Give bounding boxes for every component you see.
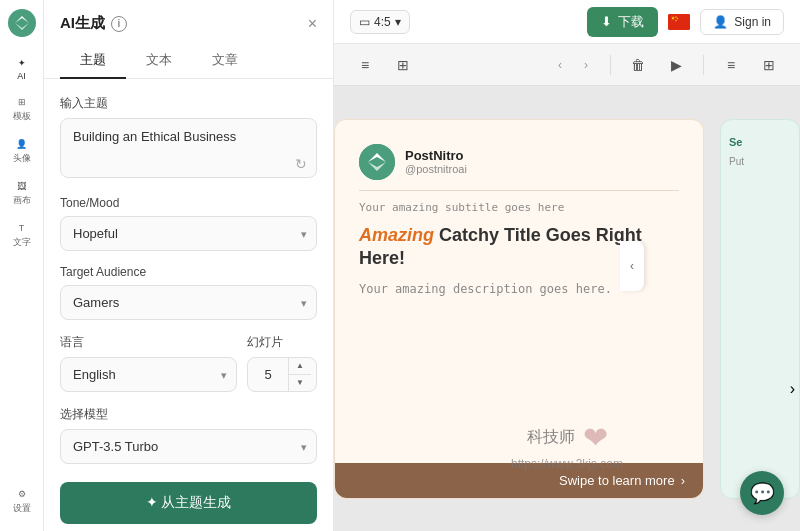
ai-panel-title: AI生成 i bbox=[60, 14, 127, 33]
user-icon: 👤 bbox=[713, 15, 728, 29]
sidebar-label-canvas: 画布 bbox=[13, 194, 31, 207]
slides-up-arrow[interactable]: ▲ bbox=[289, 358, 311, 375]
svg-point-0 bbox=[8, 9, 36, 37]
tone-select-wrapper: Hopeful Excited Calm Serious Funny Inspi… bbox=[60, 216, 317, 251]
swipe-label: Swipe to learn more bbox=[559, 473, 675, 488]
info-icon[interactable]: i bbox=[111, 16, 127, 32]
aspect-ratio-value: 4:5 bbox=[374, 15, 391, 29]
grid-icon[interactable]: ⊞ bbox=[388, 50, 418, 80]
language-flag-icon[interactable] bbox=[668, 14, 690, 30]
align-icon[interactable]: ≡ bbox=[350, 50, 380, 80]
slide-subtitle: Your amazing subtitle goes here bbox=[359, 201, 679, 214]
icon-bar: ✦ AI ⊞ 模板 👤 头像 🖼 画布 T 文字 ⚙ 设置 bbox=[0, 0, 44, 531]
partial-slide-title: Se bbox=[729, 136, 791, 148]
topic-input[interactable]: Building an Ethical Business bbox=[60, 118, 317, 178]
tone-field: Tone/Mood Hopeful Excited Calm Serious F… bbox=[60, 196, 317, 251]
download-button[interactable]: ⬇ 下载 bbox=[587, 7, 658, 37]
slides-input-wrapper: ▲ ▼ bbox=[247, 357, 317, 392]
sidebar-item-avatar[interactable]: 👤 头像 bbox=[0, 131, 43, 173]
sign-in-label: Sign in bbox=[734, 15, 771, 29]
sidebar-item-templates[interactable]: ⊞ 模板 bbox=[0, 89, 43, 131]
ai-title-text: AI生成 bbox=[60, 14, 105, 33]
sign-in-button[interactable]: 👤 Sign in bbox=[700, 9, 784, 35]
sidebar-label-text: 文字 bbox=[13, 236, 31, 249]
svg-point-7 bbox=[359, 144, 395, 180]
toolbar-right: ⬇ 下载 👤 Sign in bbox=[587, 7, 784, 37]
profile-info: PostNitro @postnitroai bbox=[405, 148, 467, 175]
ai-icon: ✦ bbox=[18, 58, 26, 68]
sidebar-item-settings[interactable]: ⚙ 设置 bbox=[0, 481, 43, 523]
language-label: 语言 bbox=[60, 334, 237, 351]
slide-title-highlight: Amazing bbox=[359, 225, 434, 245]
language-field: 语言 English Chinese Spanish French German… bbox=[60, 334, 237, 392]
sidebar-item-canvas[interactable]: 🖼 画布 bbox=[0, 173, 43, 215]
lang-slides-row: 语言 English Chinese Spanish French German… bbox=[60, 334, 317, 392]
aspect-ratio-chevron-icon: ▾ bbox=[395, 15, 401, 29]
slides-arrows: ▲ ▼ bbox=[288, 358, 311, 391]
profile-name: PostNitro bbox=[405, 148, 467, 163]
refresh-icon[interactable]: ↻ bbox=[295, 156, 307, 172]
aspect-ratio-icon: ▭ bbox=[359, 15, 370, 29]
top-toolbar: ▭ 4:5 ▾ ⬇ 下载 👤 bbox=[334, 0, 800, 44]
secondary-toolbar: ≡ ⊞ ‹ › 🗑 ▶ ≡ ⊞ bbox=[334, 44, 800, 86]
canvas-area: ▭ 4:5 ▾ ⬇ 下载 👤 bbox=[334, 0, 800, 531]
tab-article[interactable]: 文章 bbox=[192, 43, 258, 79]
generate-button[interactable]: ✦ 从主题生成 bbox=[60, 482, 317, 524]
chat-button[interactable]: 💬 bbox=[740, 471, 784, 515]
topic-label: 输入主题 bbox=[60, 95, 317, 112]
audience-select[interactable]: Gamers Students Professionals Entreprene… bbox=[60, 285, 317, 320]
model-select-wrapper: GPT-3.5 Turbo GPT-4 GPT-4 Turbo ▾ bbox=[60, 429, 317, 464]
partial-arrow-icon: › bbox=[790, 380, 795, 398]
play-icon[interactable]: ▶ bbox=[661, 50, 691, 80]
settings-icon: ⚙ bbox=[18, 489, 26, 499]
slides-down-arrow[interactable]: ▼ bbox=[289, 375, 311, 392]
slide-card-partial[interactable]: Se Put › bbox=[720, 119, 800, 499]
slides-field: 幻灯片 ▲ ▼ bbox=[247, 334, 317, 392]
sidebar-item-ai[interactable]: ✦ AI bbox=[0, 50, 43, 89]
tone-select[interactable]: Hopeful Excited Calm Serious Funny Inspi… bbox=[60, 216, 317, 251]
language-select-wrapper: English Chinese Spanish French German ▾ bbox=[60, 357, 237, 392]
collapse-panel-button[interactable]: ‹ bbox=[620, 241, 644, 291]
download-label: 下载 bbox=[618, 13, 644, 31]
topic-input-wrapper: Building an Ethical Business ↻ bbox=[60, 118, 317, 182]
toolbar-left: ▭ 4:5 ▾ bbox=[350, 10, 410, 34]
language-select[interactable]: English Chinese Spanish French German bbox=[60, 357, 237, 392]
text-icon: T bbox=[19, 223, 25, 233]
model-field: 选择模型 GPT-3.5 Turbo GPT-4 GPT-4 Turbo ▾ bbox=[60, 406, 317, 464]
sidebar-label-templates: 模板 bbox=[13, 110, 31, 123]
delete-icon[interactable]: 🗑 bbox=[623, 50, 653, 80]
panel-content: 输入主题 Building an Ethical Business ↻ Tone… bbox=[44, 79, 333, 531]
slide-nav-arrows: ‹ › bbox=[548, 53, 598, 77]
tab-text[interactable]: 文本 bbox=[126, 43, 192, 79]
sidebar-label-settings: 设置 bbox=[13, 502, 31, 515]
avatar bbox=[359, 144, 395, 180]
download-icon: ⬇ bbox=[601, 14, 612, 29]
next-slide-button[interactable]: › bbox=[574, 53, 598, 77]
avatar-icon: 👤 bbox=[16, 139, 27, 149]
toolbar-separator-2 bbox=[703, 55, 704, 75]
templates-icon: ⊞ bbox=[18, 97, 26, 107]
profile-handle: @postnitroai bbox=[405, 163, 467, 175]
aspect-ratio-selector[interactable]: ▭ 4:5 ▾ bbox=[350, 10, 410, 34]
swipe-banner: Swipe to learn more › bbox=[335, 463, 703, 498]
tab-theme[interactable]: 主题 bbox=[60, 43, 126, 79]
audience-field: Target Audience Gamers Students Professi… bbox=[60, 265, 317, 320]
sidebar-label-avatar: 头像 bbox=[13, 152, 31, 165]
close-button[interactable]: × bbox=[308, 15, 317, 33]
partial-slide-text: Put bbox=[729, 156, 791, 167]
prev-slide-button[interactable]: ‹ bbox=[548, 53, 572, 77]
sidebar-item-text[interactable]: T 文字 bbox=[0, 215, 43, 257]
model-select[interactable]: GPT-3.5 Turbo GPT-4 GPT-4 Turbo bbox=[60, 429, 317, 464]
app-logo[interactable] bbox=[7, 8, 37, 38]
slides-number-input[interactable] bbox=[248, 358, 288, 391]
audience-label: Target Audience bbox=[60, 265, 317, 279]
slides-label: 幻灯片 bbox=[247, 334, 317, 351]
slide-profile: PostNitro @postnitroai bbox=[359, 144, 679, 191]
swipe-arrow-icon: › bbox=[681, 473, 685, 488]
slides-canvas: PostNitro @postnitroai Your amazing subt… bbox=[334, 86, 800, 531]
expand-icon[interactable]: ⊞ bbox=[754, 50, 784, 80]
audience-select-wrapper: Gamers Students Professionals Entreprene… bbox=[60, 285, 317, 320]
canvas-icon: 🖼 bbox=[17, 181, 26, 191]
slide-card-main[interactable]: PostNitro @postnitroai Your amazing subt… bbox=[334, 119, 704, 499]
list-icon[interactable]: ≡ bbox=[716, 50, 746, 80]
